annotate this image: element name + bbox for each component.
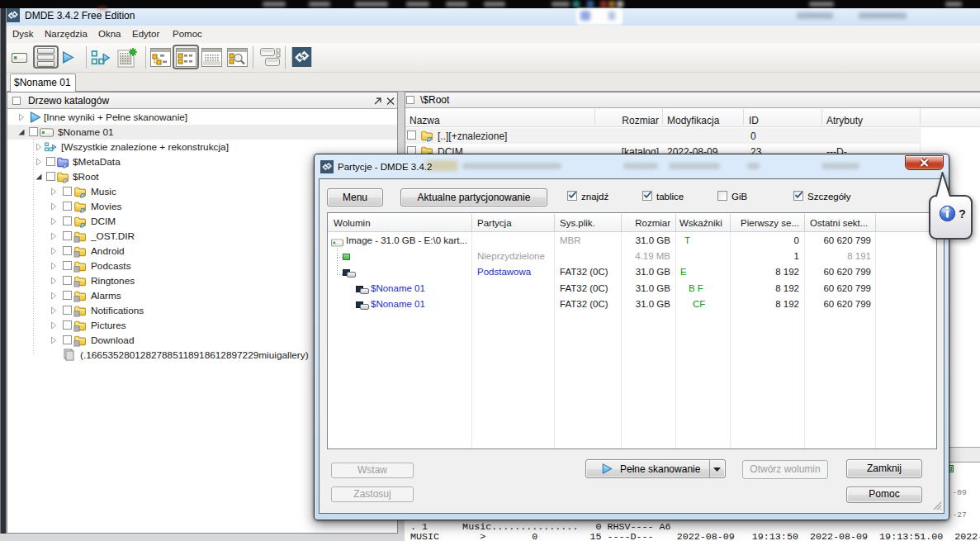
svg-text:?: ? xyxy=(959,207,966,221)
